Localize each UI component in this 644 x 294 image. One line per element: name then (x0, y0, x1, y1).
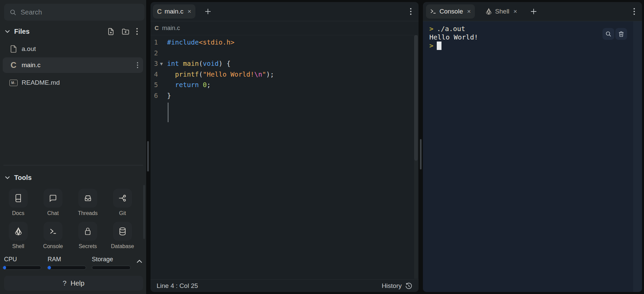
sidebar-resize-handle[interactable] (147, 141, 149, 171)
history-icon (405, 282, 412, 290)
ram-label: RAM (48, 256, 61, 263)
close-icon[interactable]: × (467, 8, 471, 15)
new-folder-button[interactable] (121, 27, 130, 36)
chevron-up-icon[interactable] (136, 260, 142, 263)
storage-label: Storage (92, 256, 113, 263)
chevron-down-icon (5, 176, 10, 179)
file-icon (9, 45, 18, 53)
code-token: ) { (219, 60, 231, 68)
new-file-button[interactable] (107, 27, 115, 36)
terminal-scroll-gutter (633, 21, 642, 292)
code-token: 0 (203, 81, 207, 89)
tool-label: Shell (12, 243, 24, 249)
code-editor[interactable]: 1#include<stdio.h>23▼int main(void) {4 p… (151, 35, 419, 279)
code-token (199, 81, 203, 89)
terminal-command: ./a.out (437, 24, 465, 33)
docs-icon (9, 189, 28, 208)
breadcrumb-label: main.c (162, 25, 180, 32)
code-text: #include<stdio.h> (167, 37, 235, 48)
tab-shell[interactable]: Shell × (481, 4, 521, 19)
code-token: <stdio.h> (199, 38, 235, 46)
files-section-header[interactable]: Files (0, 26, 146, 37)
code-token: " (262, 71, 266, 78)
line-number: 1 (152, 37, 158, 48)
c-file-icon: C (9, 60, 18, 70)
tool-docs[interactable]: Docs (9, 189, 28, 216)
fold-marker-icon[interactable]: ▼ (160, 59, 163, 69)
markdown-icon: M↓ (9, 80, 18, 86)
code-token (179, 60, 183, 68)
new-terminal-tab-button[interactable] (530, 8, 537, 15)
code-token: ( (199, 71, 203, 78)
panel-resize-handle[interactable] (420, 139, 422, 169)
console-menu-kebab-icon[interactable] (633, 7, 635, 16)
breadcrumb[interactable]: C main.c (151, 21, 419, 35)
code-line: 2 (151, 48, 419, 58)
close-icon[interactable]: × (513, 8, 517, 15)
code-text: } (167, 90, 171, 101)
line-number: 4 (152, 69, 158, 80)
chevron-down-icon (5, 30, 10, 33)
code-token: \n (254, 71, 262, 78)
cpu-label: CPU (4, 256, 17, 263)
files-section-label: Files (14, 28, 30, 35)
terminal-prompt-line: > (429, 41, 441, 50)
prompt-icon: > (429, 24, 433, 33)
tool-secrets[interactable]: Secrets (78, 222, 97, 249)
tool-console[interactable]: Console (44, 222, 62, 249)
files-menu-kebab-icon[interactable] (136, 27, 138, 35)
history-label: History (382, 282, 402, 290)
sidebar: Search Files a.out (0, 0, 146, 294)
tab-mainc[interactable]: C main.c × (153, 4, 195, 19)
console-pane: Console × Shell × > ./a.out (423, 2, 642, 292)
tab-console[interactable]: Console × (426, 4, 475, 19)
terminal-command-line: > ./a.out (429, 24, 465, 33)
tools-section-header[interactable]: Tools (0, 172, 146, 183)
code-token: #include (167, 38, 199, 46)
console-icon (430, 8, 437, 15)
editor-menu-kebab-icon[interactable] (410, 7, 412, 16)
search-icon (9, 9, 17, 16)
tool-git[interactable]: Git (113, 189, 132, 216)
code-token: return (175, 81, 198, 89)
file-row-readme[interactable]: M↓ README.md (3, 75, 143, 90)
tool-database[interactable]: Database (113, 222, 132, 249)
close-icon[interactable]: × (187, 8, 191, 15)
history-button[interactable]: History (382, 282, 412, 290)
sidebar-scrollbar-thumb[interactable] (143, 185, 145, 239)
editor-tab-bar: C main.c × (151, 2, 419, 21)
console-icon (44, 222, 62, 241)
shell-icon (9, 222, 28, 241)
help-label: Help (71, 279, 84, 287)
terminal[interactable]: > ./a.out Hello World! > (423, 21, 642, 292)
tool-label: Docs (12, 210, 24, 216)
tools-section-label: Tools (14, 174, 32, 182)
new-tab-button[interactable] (204, 8, 212, 15)
code-token: "Hello World! (203, 71, 254, 78)
file-row-mainc[interactable]: C main.c (3, 57, 143, 73)
line-number: 3 (152, 58, 158, 69)
code-token: ); (266, 71, 274, 78)
code-token: } (167, 92, 171, 100)
terminal-search-button[interactable] (602, 28, 614, 40)
code-token: printf (175, 71, 198, 78)
file-menu-kebab-icon[interactable] (137, 62, 138, 69)
editor-scrollbar-thumb[interactable] (414, 35, 418, 161)
terminal-clear-trash-button[interactable] (615, 28, 627, 40)
search-placeholder: Search (21, 8, 42, 16)
search-input[interactable]: Search (4, 4, 144, 21)
ram-meter-fill (48, 266, 51, 269)
ram-meter (47, 266, 86, 270)
cpu-meter (3, 266, 41, 270)
help-button[interactable]: ? Help (4, 276, 143, 291)
tool-label: Database (111, 243, 134, 249)
tool-threads[interactable]: Threads (78, 189, 97, 216)
code-token: void (203, 60, 219, 68)
code-token (167, 71, 175, 78)
tool-shell[interactable]: Shell (9, 222, 28, 249)
tool-chat[interactable]: Chat (44, 189, 62, 216)
code-token: ; (207, 81, 211, 89)
file-row-aout[interactable]: a.out (3, 41, 143, 57)
file-name: README.md (22, 79, 60, 86)
file-name: main.c (22, 61, 41, 69)
